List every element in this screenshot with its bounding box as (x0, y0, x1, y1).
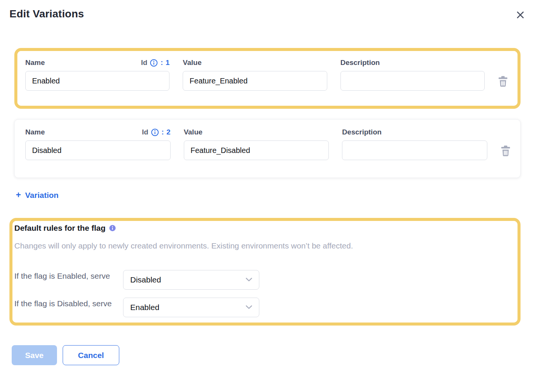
serve-when-disabled-select[interactable]: Enabled (123, 298, 259, 317)
id-label: Id (141, 59, 148, 67)
variation-card-1: Name Id : 1 Value Description (17, 51, 518, 106)
dialog-footer: Save Cancel (12, 345, 536, 365)
dialog-header: Edit Variations (0, 0, 536, 21)
rule-row-disabled: If the flag is Disabled, serve Enabled (14, 298, 510, 317)
trash-icon (501, 152, 511, 157)
plus-icon: + (16, 190, 21, 200)
id-label: Id (142, 128, 148, 136)
serve-when-enabled-select[interactable]: Disabled (123, 270, 259, 290)
id-value: 2 (166, 128, 171, 136)
description-field-group: Description (342, 127, 487, 160)
description-label: Description (342, 128, 382, 136)
variation-name-input[interactable] (25, 140, 171, 160)
select-value: Enabled (130, 303, 159, 312)
default-rules-title: Default rules for the flag (14, 224, 106, 233)
default-rules-section: Default rules for the flag Changes will … (12, 221, 518, 323)
chevron-down-icon (246, 304, 252, 311)
delete-column (498, 58, 508, 91)
page-title: Edit Variations (9, 8, 84, 20)
value-label: Value (183, 59, 202, 67)
name-label: Name (25, 59, 45, 67)
select-value: Disabled (130, 275, 161, 284)
variation-id-group: Id : 1 (141, 59, 170, 67)
id-separator: : (160, 59, 163, 67)
default-rules-highlight: Default rules for the flag Changes will … (9, 218, 521, 326)
name-field-group: Name Id : 1 (25, 58, 169, 91)
close-icon (516, 15, 525, 20)
value-field-group: Value (184, 127, 329, 160)
variation-id-group: Id : 2 (142, 128, 171, 136)
delete-variation-button[interactable] (498, 76, 508, 87)
variation-description-input[interactable] (342, 140, 487, 160)
rule-label: If the flag is Enabled, serve (14, 270, 123, 282)
name-field-group: Name Id : 2 (25, 127, 171, 160)
rule-row-enabled: If the flag is Enabled, serve Disabled (14, 270, 510, 290)
value-field-group: Value (183, 58, 327, 91)
name-label: Name (25, 128, 45, 136)
close-button[interactable] (514, 9, 526, 21)
add-variation-button[interactable]: + Variation (16, 190, 59, 200)
variation-value-input[interactable] (183, 71, 327, 91)
default-rules-list: If the flag is Enabled, serve Disabled I… (14, 270, 510, 317)
delete-variation-button[interactable] (501, 145, 511, 156)
description-label: Description (340, 59, 380, 67)
add-variation-label: Variation (25, 191, 59, 200)
info-icon[interactable] (151, 128, 159, 136)
id-value: 1 (166, 59, 170, 67)
variation-description-input[interactable] (340, 71, 485, 91)
variation-row-1-highlight: Name Id : 1 Value Description (14, 48, 521, 109)
save-button[interactable]: Save (12, 345, 57, 365)
info-icon[interactable] (150, 59, 158, 67)
variation-value-input[interactable] (184, 140, 329, 160)
rule-label: If the flag is Disabled, serve (14, 298, 123, 309)
value-label: Value (184, 128, 203, 136)
default-rules-note: Changes will only apply to newly created… (14, 241, 510, 250)
id-separator: : (162, 128, 164, 136)
description-field-group: Description (340, 58, 485, 91)
variation-card-2: Name Id : 2 Value Description (14, 119, 521, 178)
trash-icon (498, 82, 508, 88)
variation-name-input[interactable] (25, 71, 169, 91)
chevron-down-icon (246, 276, 252, 283)
delete-column (501, 127, 511, 160)
cancel-button[interactable]: Cancel (63, 345, 119, 365)
info-badge-icon[interactable] (109, 225, 116, 231)
